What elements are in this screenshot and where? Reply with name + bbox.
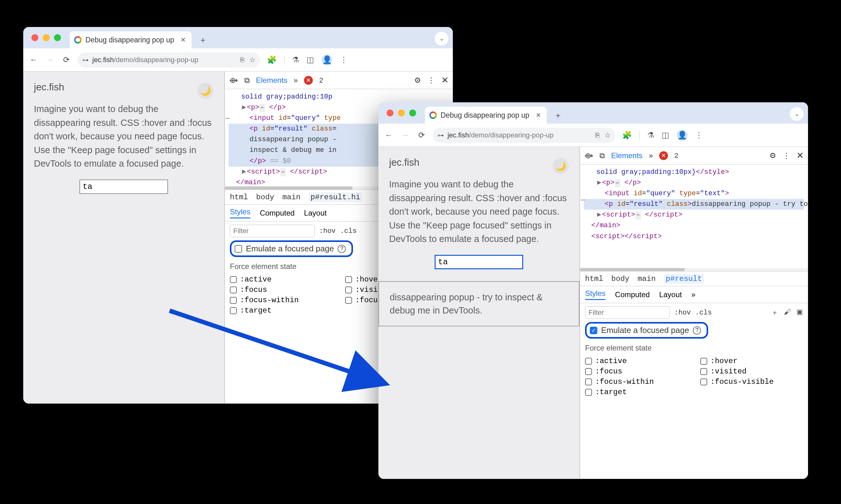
back-button[interactable]: ← bbox=[29, 55, 38, 64]
tabs-dropdown-button[interactable]: ⌄ bbox=[435, 32, 449, 46]
breadcrumb-item[interactable]: main bbox=[282, 193, 300, 201]
state-target[interactable]: :target bbox=[230, 306, 333, 315]
browser-tab[interactable]: Debug disappearing pop up ✕ bbox=[70, 31, 192, 48]
reload-button[interactable]: ⟳ bbox=[62, 55, 71, 64]
query-input[interactable] bbox=[80, 180, 168, 194]
devtools-settings-icon[interactable]: ⚙ bbox=[769, 151, 776, 160]
state-focus[interactable]: :focus bbox=[230, 286, 333, 294]
chrome-menu-icon[interactable]: ⋮ bbox=[695, 130, 703, 140]
site-settings-icon[interactable]: ⊶ bbox=[82, 56, 89, 64]
help-icon[interactable]: ? bbox=[338, 245, 346, 253]
devtools-tab-elements[interactable]: Elements bbox=[611, 151, 643, 160]
help-icon[interactable]: ? bbox=[693, 326, 701, 335]
device-mode-icon[interactable]: ⧉ bbox=[599, 151, 605, 160]
inspect-element-icon[interactable]: ⟴ bbox=[584, 151, 593, 160]
devtools-tab-elements[interactable]: Elements bbox=[256, 76, 287, 85]
breadcrumb-item[interactable]: main bbox=[637, 275, 656, 283]
more-tabs-icon[interactable]: » bbox=[294, 76, 298, 85]
breadcrumb-item[interactable]: body bbox=[611, 275, 630, 283]
dom-horizontal-scrollbar[interactable] bbox=[580, 268, 808, 271]
state-focus-within[interactable]: :focus-within bbox=[230, 296, 333, 304]
breadcrumb-item[interactable]: html bbox=[585, 275, 603, 283]
breadcrumb-item-selected[interactable]: p#result bbox=[664, 274, 704, 284]
emulate-checkbox-checked[interactable]: ✓ bbox=[590, 327, 597, 334]
extensions-icon[interactable]: 🧩 bbox=[267, 55, 277, 64]
install-app-icon[interactable]: ⎘ bbox=[595, 131, 599, 139]
computed-show-icon[interactable]: ▣ bbox=[796, 308, 803, 317]
hov-toggle[interactable]: :hov bbox=[319, 227, 336, 235]
close-tab-icon[interactable]: ✕ bbox=[536, 111, 541, 119]
breadcrumb-item[interactable]: html bbox=[230, 193, 248, 201]
install-app-icon[interactable]: ⎘ bbox=[240, 56, 244, 64]
styles-tab-styles[interactable]: Styles bbox=[585, 289, 606, 300]
cls-toggle[interactable]: .cls bbox=[695, 309, 712, 317]
site-settings-icon[interactable]: ⊶ bbox=[437, 131, 444, 139]
forward-button[interactable]: → bbox=[400, 130, 410, 140]
profile-avatar-icon[interactable]: 👤 bbox=[677, 130, 687, 141]
styles-tab-layout[interactable]: Layout bbox=[659, 290, 682, 299]
more-styles-tabs-icon[interactable]: » bbox=[691, 290, 695, 299]
dom-tree[interactable]: ⋯ solid gray;padding:10px}</style> ▶<p>⋯… bbox=[580, 164, 808, 268]
inspect-element-icon[interactable]: ⟴ bbox=[229, 76, 238, 85]
minimize-window-button[interactable] bbox=[43, 34, 50, 41]
minimize-window-button[interactable] bbox=[398, 109, 405, 116]
devtools-settings-icon[interactable]: ⚙ bbox=[414, 76, 421, 85]
zoom-window-button[interactable] bbox=[409, 109, 416, 116]
devtools-menu-icon[interactable]: ⋮ bbox=[783, 151, 790, 160]
profile-avatar-icon[interactable]: 👤 bbox=[321, 55, 332, 65]
close-window-button[interactable] bbox=[31, 34, 38, 41]
state-visited[interactable]: :visited bbox=[700, 367, 803, 376]
hov-toggle[interactable]: :hov bbox=[674, 309, 691, 317]
devtools-menu-icon[interactable]: ⋮ bbox=[427, 76, 435, 85]
tabs-dropdown-button[interactable]: ⌄ bbox=[790, 107, 804, 121]
paint-flashing-icon[interactable]: 🖌 bbox=[784, 308, 791, 317]
labs-icon[interactable]: ⚗ bbox=[292, 55, 299, 64]
emulate-focused-page-option[interactable]: Emulate a focused page ? bbox=[230, 240, 353, 257]
breadcrumb-item-selected[interactable]: p#result.hi bbox=[309, 192, 362, 202]
styles-tab-layout[interactable]: Layout bbox=[304, 209, 327, 217]
error-badge-icon[interactable]: ✕ bbox=[304, 76, 313, 85]
more-tabs-icon[interactable]: » bbox=[649, 151, 653, 160]
side-panel-icon[interactable]: ◫ bbox=[306, 55, 314, 64]
close-devtools-icon[interactable]: ✕ bbox=[796, 150, 804, 161]
dark-mode-toggle[interactable]: 🌙 bbox=[197, 83, 213, 99]
close-devtools-icon[interactable]: ✕ bbox=[441, 75, 449, 85]
styles-filter-input[interactable] bbox=[585, 306, 670, 319]
reload-button[interactable]: ⟳ bbox=[417, 130, 426, 140]
styles-tab-computed[interactable]: Computed bbox=[615, 290, 650, 299]
state-focus-within[interactable]: :focus-within bbox=[585, 378, 688, 386]
state-hover[interactable]: :hover bbox=[700, 357, 803, 365]
close-tab-icon[interactable]: ✕ bbox=[180, 36, 186, 43]
dark-mode-toggle[interactable]: 🌙 bbox=[553, 158, 569, 174]
chrome-menu-icon[interactable]: ⋮ bbox=[340, 55, 348, 64]
side-panel-icon[interactable]: ◫ bbox=[662, 130, 669, 140]
emulate-checkbox[interactable] bbox=[234, 245, 242, 253]
dom-breadcrumb[interactable]: html body main p#result bbox=[580, 271, 808, 286]
omnibox[interactable]: ⊶ jec.fish/demo/disappearing-pop-up ⎘ ☆ bbox=[433, 128, 615, 143]
query-input-focused[interactable] bbox=[435, 255, 523, 269]
new-style-rule-icon[interactable]: ＋ bbox=[771, 308, 778, 317]
state-active[interactable]: :active bbox=[230, 275, 333, 284]
breadcrumb-item[interactable]: body bbox=[256, 193, 275, 201]
close-window-button[interactable] bbox=[387, 109, 393, 116]
device-mode-icon[interactable]: ⧉ bbox=[244, 76, 250, 85]
back-button[interactable]: ← bbox=[384, 130, 393, 140]
styles-filter-input[interactable] bbox=[230, 225, 315, 237]
styles-tab-styles[interactable]: Styles bbox=[230, 208, 250, 218]
browser-tab[interactable]: Debug disappearing pop up ✕ bbox=[425, 107, 547, 124]
extensions-icon[interactable]: 🧩 bbox=[622, 130, 632, 140]
omnibox[interactable]: ⊶ jec.fish/demo/disappearing-pop-up ⎘ ☆ bbox=[78, 52, 260, 68]
bookmark-icon[interactable]: ☆ bbox=[605, 131, 611, 139]
cls-toggle[interactable]: .cls bbox=[340, 227, 357, 235]
emulate-focused-page-option[interactable]: ✓ Emulate a focused page ? bbox=[585, 322, 708, 339]
new-tab-button[interactable]: ＋ bbox=[197, 34, 209, 46]
bookmark-icon[interactable]: ☆ bbox=[249, 56, 256, 64]
state-target[interactable]: :target bbox=[585, 388, 688, 396]
forward-button[interactable]: → bbox=[45, 55, 55, 64]
styles-tab-computed[interactable]: Computed bbox=[260, 209, 295, 217]
state-focus-visible[interactable]: :focus-visible bbox=[700, 378, 803, 386]
new-tab-button[interactable]: ＋ bbox=[552, 109, 564, 122]
zoom-window-button[interactable] bbox=[54, 34, 61, 41]
labs-icon[interactable]: ⚗ bbox=[647, 130, 654, 140]
error-badge-icon[interactable]: ✕ bbox=[659, 151, 668, 160]
